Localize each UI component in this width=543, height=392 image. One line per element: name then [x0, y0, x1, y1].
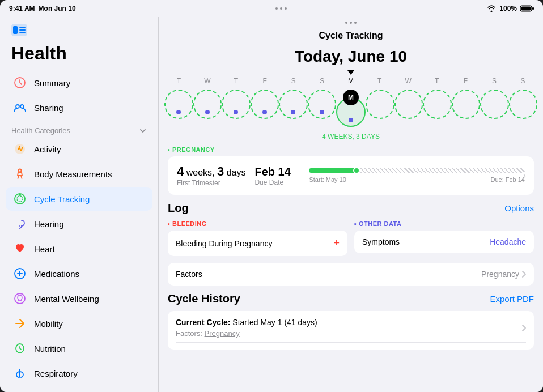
history-title: Cycle History	[168, 292, 240, 305]
pregnancy-tag-dot: ▪	[168, 146, 172, 153]
cycle-dot-4	[291, 110, 295, 114]
sidebar-item-hearing[interactable]: Hearing	[6, 212, 152, 236]
status-date: Mon Jun 10	[39, 5, 76, 12]
sidebar-item-heart[interactable]: Heart	[6, 237, 152, 261]
heart-label: Heart	[34, 244, 55, 254]
bleeding-column: ▪ BLEEDING Bleeding During Pregnancy +	[168, 220, 347, 261]
nutrition-icon	[12, 341, 27, 356]
sidebar-item-summary[interactable]: Summary	[6, 71, 152, 95]
log-options-button[interactable]: Options	[504, 203, 534, 213]
cycle-day-11[interactable]	[480, 90, 509, 119]
history-factors-text: Factors: Pregnancy	[176, 329, 317, 338]
weeks-number: 4	[177, 164, 184, 178]
dot1	[275, 7, 278, 10]
page-title: Cycle Tracking	[159, 28, 543, 43]
bleeding-tag: ▪ BLEEDING	[168, 220, 347, 227]
progress-start: Start: May 10	[309, 176, 346, 183]
export-pdf-button[interactable]: Export PDF	[490, 294, 534, 304]
cycle-day-0[interactable]	[164, 90, 193, 119]
day-label-5: S	[308, 77, 337, 85]
cycle-day-8[interactable]	[394, 90, 423, 119]
sidebar: Health Summary	[0, 17, 159, 392]
sidebar-item-mental[interactable]: Mental Wellbeing	[6, 287, 152, 310]
day-label-0: T	[164, 77, 193, 85]
bleeding-item[interactable]: Bleeding During Pregnancy +	[168, 231, 347, 256]
log-title: Log	[168, 202, 189, 215]
top-dot-3	[354, 22, 357, 24]
sidebar-item-mobility[interactable]: Mobility	[6, 312, 152, 335]
sidebar-header	[0, 17, 158, 41]
sidebar-item-nutrition[interactable]: Nutrition	[6, 336, 152, 360]
chevron-down-icon[interactable]	[139, 127, 147, 135]
factors-value-text: Pregnancy	[481, 270, 519, 279]
cycle-day-12[interactable]	[509, 90, 538, 119]
weeks-label: 4 WEEKS, 3 DAYS	[164, 129, 537, 146]
heart-icon	[12, 241, 27, 256]
weeks-unit: weeks,	[186, 168, 217, 177]
bleeding-add-button[interactable]: +	[333, 237, 340, 249]
factors-value-history: Pregnancy	[205, 329, 240, 338]
bleeding-item-label: Bleeding During Pregnancy	[176, 239, 272, 248]
due-date-value: Feb 14	[254, 165, 300, 178]
dot3	[285, 7, 287, 10]
status-bar-left: 9:41 AM Mon Jun 10	[9, 5, 76, 12]
main-content: Cycle Tracking Today, June 10 T W T F S …	[159, 17, 543, 392]
current-cycle-detail: Started May 1 (41 days)	[232, 318, 317, 327]
history-card[interactable]: Current Cycle: Started May 1 (41 days) F…	[168, 311, 534, 350]
sharing-icon	[12, 100, 27, 115]
history-header: Cycle History Export PDF	[168, 292, 534, 305]
cycle-day-5[interactable]	[308, 90, 337, 119]
status-bar-right: 100%	[487, 5, 534, 12]
current-cycle-text: Current Cycle: Started May 1 (41 days)	[176, 318, 317, 327]
today-circle: M	[343, 90, 359, 105]
cycle-dot-0	[176, 110, 181, 114]
weeks-display: 4 weeks, 3 days	[177, 164, 245, 179]
body-icon	[12, 167, 27, 181]
sidebar-item-sleep[interactable]: Sleep	[6, 386, 152, 392]
categories-label: Health Categories	[11, 126, 70, 135]
cycle-day-2[interactable]	[222, 90, 251, 119]
day-label-7: T	[365, 77, 394, 85]
cycle-label: Cycle Tracking	[34, 194, 90, 204]
due-date-label: Due Date	[254, 178, 300, 186]
symptoms-item-label: Symptoms	[362, 237, 400, 246]
history-chevron-icon	[521, 324, 526, 332]
sidebar-toggle-icon[interactable]	[11, 24, 27, 36]
wifi-icon	[487, 5, 496, 12]
sidebar-item-respiratory[interactable]: Respiratory	[6, 361, 152, 385]
bleeding-tag-label: BLEEDING	[172, 220, 207, 227]
cycle-day-1[interactable]	[193, 90, 222, 119]
medications-label: Medications	[34, 269, 79, 279]
sidebar-item-cycle[interactable]: Cycle Tracking	[6, 187, 152, 211]
sidebar-item-medications[interactable]: Medications	[6, 262, 152, 286]
svg-rect-4	[13, 26, 18, 34]
day-label-9: T	[422, 77, 451, 85]
svg-point-14	[19, 194, 21, 196]
pregnancy-tag-label: PREGNANCY	[172, 146, 215, 153]
summary-label: Summary	[34, 78, 70, 88]
sidebar-item-body[interactable]: Body Measurements	[6, 162, 152, 186]
sidebar-item-sharing[interactable]: Sharing	[6, 96, 152, 120]
symptoms-item[interactable]: Symptoms Headache	[354, 231, 534, 253]
cycle-day-9[interactable]	[423, 90, 452, 119]
pregnancy-card[interactable]: 4 weeks, 3 days First Trimester Feb 14 D…	[168, 156, 534, 195]
top-dot-2	[350, 22, 352, 24]
progress-dates: Start: May 10 Due: Feb 14	[309, 176, 525, 183]
sidebar-item-activity[interactable]: Activity	[6, 137, 152, 161]
cycle-day-3[interactable]	[251, 90, 279, 119]
cycle-day-4[interactable]	[279, 90, 308, 119]
due-date-section: Feb 14 Due Date	[254, 165, 300, 186]
cycle-dot-1	[205, 110, 210, 114]
cycle-day-10[interactable]	[452, 90, 481, 119]
day-label-1: W	[193, 77, 222, 85]
cycle-day-7[interactable]	[366, 90, 394, 119]
history-section: Cycle History Export PDF Current Cycle: …	[168, 292, 534, 350]
log-section: Log Options ▪ BLEEDING Bleeding During P…	[168, 202, 534, 286]
factors-row[interactable]: Factors Pregnancy	[168, 263, 534, 286]
hearing-icon	[12, 216, 27, 231]
summary-icon	[12, 75, 27, 90]
activity-icon	[12, 142, 27, 156]
sharing-label: Sharing	[34, 103, 63, 113]
pregnancy-tag: ▪ PREGNANCY	[168, 146, 534, 153]
cycle-day-today-wrapper: M	[336, 90, 366, 127]
